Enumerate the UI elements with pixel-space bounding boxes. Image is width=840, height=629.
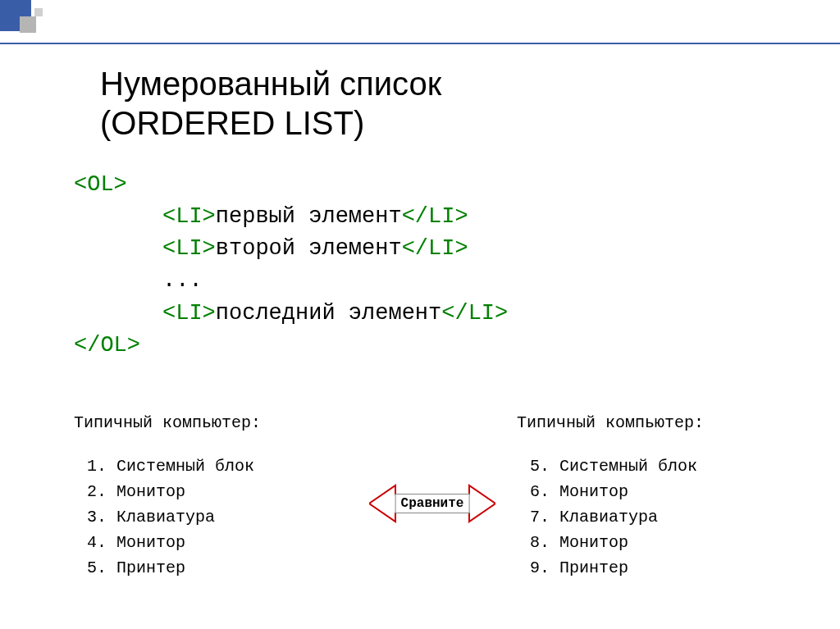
list-item: 7. Клавиатура [530, 504, 791, 530]
title-line-2: (ORDERED LIST) [100, 105, 364, 141]
tag-li-open: <LI> [162, 301, 216, 326]
header-rule [0, 43, 840, 44]
list-item: 8. Монитор [530, 530, 791, 555]
tag-li-open: <LI> [162, 204, 216, 229]
example-header: Типичный компьютер: [517, 410, 791, 435]
double-arrow-icon: Сравните [369, 482, 495, 525]
tag-li-close: </LI> [441, 301, 508, 326]
code-block: <OL> <LI>первый элемент</LI> <LI>второй … [74, 169, 508, 362]
tag-li-close: </LI> [402, 236, 468, 261]
list-item: 3. Клавиатура [87, 504, 348, 530]
code-text: последний элемент [216, 301, 441, 326]
code-line: <LI>второй элемент</LI> [162, 233, 508, 265]
title-line-1: Нумерованный список [100, 66, 441, 102]
example-right: Типичный компьютер: 5. Системный блок 6.… [517, 410, 791, 581]
code-line-dots: ... [162, 265, 508, 297]
square-gray-large [20, 16, 36, 33]
slide-title: Нумерованный список (ORDERED LIST) [100, 64, 441, 143]
code-line: <LI>последний элемент</LI> [162, 298, 508, 330]
code-text: первый элемент [216, 204, 402, 229]
corner-decoration [0, 0, 82, 45]
example-list-left: 1. Системный блок 2. Монитор 3. Клавиату… [74, 454, 348, 581]
list-item: 4. Монитор [87, 530, 348, 555]
list-item: 6. Монитор [530, 479, 791, 504]
example-list-right: 5. Системный блок 6. Монитор 7. Клавиату… [517, 454, 791, 581]
tag-ol-open: <OL> [74, 172, 127, 197]
code-line: <OL> [74, 169, 508, 201]
code-line: </OL> [74, 330, 508, 362]
examples-row: Типичный компьютер: 1. Системный блок 2.… [74, 410, 791, 581]
code-line: <LI>первый элемент</LI> [162, 201, 508, 233]
tag-li-close: </LI> [402, 204, 468, 229]
list-item: 5. Системный блок [530, 454, 791, 479]
code-text: второй элемент [216, 236, 402, 261]
list-item: 5. Принтер [87, 555, 348, 581]
list-item: 2. Монитор [87, 479, 348, 504]
compare-block: Сравните [369, 410, 495, 525]
square-gray-small [34, 8, 43, 16]
tag-li-open: <LI> [162, 236, 216, 261]
compare-label: Сравните [395, 494, 470, 513]
tag-ol-close: </OL> [74, 333, 140, 358]
example-header: Типичный компьютер: [74, 410, 348, 435]
list-item: 1. Системный блок [87, 454, 348, 479]
list-item: 9. Принтер [530, 555, 791, 581]
example-left: Типичный компьютер: 1. Системный блок 2.… [74, 410, 348, 581]
